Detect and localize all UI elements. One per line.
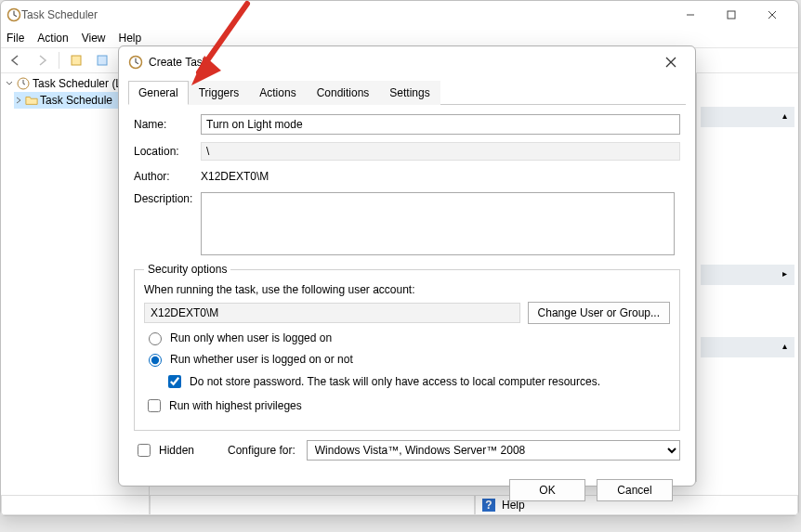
chk-highest-label: Run with highest privileges [169, 399, 302, 412]
description-label: Description: [134, 192, 201, 205]
close-button[interactable] [752, 2, 793, 28]
menu-file[interactable]: File [7, 32, 24, 45]
chevron-down-icon [5, 79, 14, 88]
author-label: Author: [134, 170, 201, 183]
titlebar: Task Scheduler [1, 1, 798, 29]
menu-help[interactable]: Help [119, 32, 142, 45]
svg-rect-3 [98, 56, 107, 65]
chevron-right-icon [14, 96, 23, 105]
radio-logged-on-row[interactable]: Run only when user is logged on [144, 330, 670, 345]
chk-highest[interactable] [148, 399, 161, 412]
maximize-button[interactable] [711, 2, 752, 28]
name-label: Name: [134, 118, 201, 131]
change-user-button[interactable]: Change User or Group... [528, 302, 670, 324]
create-task-dialog: Create Task General Triggers Actions Con… [118, 45, 696, 487]
tab-page-general: Name: Location: \ Author: X12DEXT0\M Des… [128, 105, 686, 472]
svg-rect-1 [728, 11, 735, 19]
right-panel-row-3[interactable]: ▴ [701, 337, 794, 357]
menu-bar: File Action View Help [1, 29, 798, 47]
forward-button[interactable] [31, 50, 53, 71]
window-title: Task Scheduler [21, 8, 98, 21]
radio-logged-on-label: Run only when user is logged on [170, 331, 332, 344]
chevron-up-icon: ▴ [782, 341, 787, 351]
tab-actions[interactable]: Actions [249, 81, 306, 105]
toolbar-icon-2[interactable] [91, 50, 113, 71]
description-input[interactable] [201, 192, 675, 255]
dialog-close-button[interactable] [656, 49, 686, 75]
configure-for-label: Configure for: [228, 444, 295, 457]
account-display: X12DEXT0\M [144, 303, 520, 323]
clock-icon [16, 76, 31, 91]
toolbar-icon-1[interactable] [65, 50, 87, 71]
author-value: X12DEXT0\M [201, 168, 680, 185]
tab-settings[interactable]: Settings [379, 81, 440, 105]
tab-strip: General Triggers Actions Conditions Sett… [128, 80, 686, 105]
ok-button[interactable]: OK [509, 479, 585, 501]
chk-hidden-label: Hidden [159, 444, 194, 457]
security-legend: Security options [144, 263, 230, 276]
tab-conditions[interactable]: Conditions [307, 81, 380, 105]
back-button[interactable] [5, 50, 27, 71]
dialog-titlebar: Create Task [119, 46, 695, 78]
right-panel: ▴ ▸ ▴ [696, 73, 798, 482]
menu-action[interactable]: Action [37, 32, 68, 45]
tab-triggers[interactable]: Triggers [189, 81, 250, 105]
chk-nopass-label: Do not store password. The task will onl… [190, 375, 600, 388]
chk-highest-row[interactable]: Run with highest privileges [144, 396, 670, 415]
configure-for-select[interactable]: Windows Vista™, Windows Server™ 2008 [307, 440, 680, 461]
chevron-up-icon: ▴ [782, 110, 787, 121]
dialog-title: Create Task [149, 56, 208, 69]
minimize-button[interactable] [670, 2, 711, 28]
chk-nopass[interactable] [168, 375, 181, 388]
app-icon [7, 7, 21, 22]
tree-root-label: Task Scheduler (L [33, 77, 122, 90]
radio-logged-on[interactable] [149, 332, 162, 345]
location-value: \ [201, 142, 680, 161]
tab-general[interactable]: General [128, 81, 189, 105]
security-prompt: When running the task, use the following… [144, 283, 670, 296]
chk-nopass-row[interactable]: Do not store password. The task will onl… [164, 372, 670, 391]
menu-view[interactable]: View [82, 32, 106, 45]
chevron-right-icon: ▸ [782, 268, 787, 279]
radio-whether-label: Run whether user is logged on or not [170, 353, 353, 366]
location-label: Location: [134, 145, 201, 158]
chk-hidden-row[interactable]: Hidden [134, 441, 194, 460]
folder-icon [25, 94, 38, 107]
svg-rect-2 [72, 56, 81, 65]
right-panel-row-1[interactable]: ▴ [701, 107, 794, 127]
radio-whether[interactable] [149, 354, 162, 367]
cancel-button[interactable]: Cancel [597, 479, 673, 501]
chk-hidden[interactable] [138, 444, 151, 457]
security-options-group: Security options When running the task, … [134, 263, 680, 431]
clock-icon [128, 55, 143, 70]
right-panel-row-2[interactable]: ▸ [701, 265, 794, 285]
tree-child-label: Task Schedule [40, 94, 112, 107]
name-input[interactable] [201, 114, 680, 135]
radio-whether-row[interactable]: Run whether user is logged on or not [144, 351, 670, 367]
